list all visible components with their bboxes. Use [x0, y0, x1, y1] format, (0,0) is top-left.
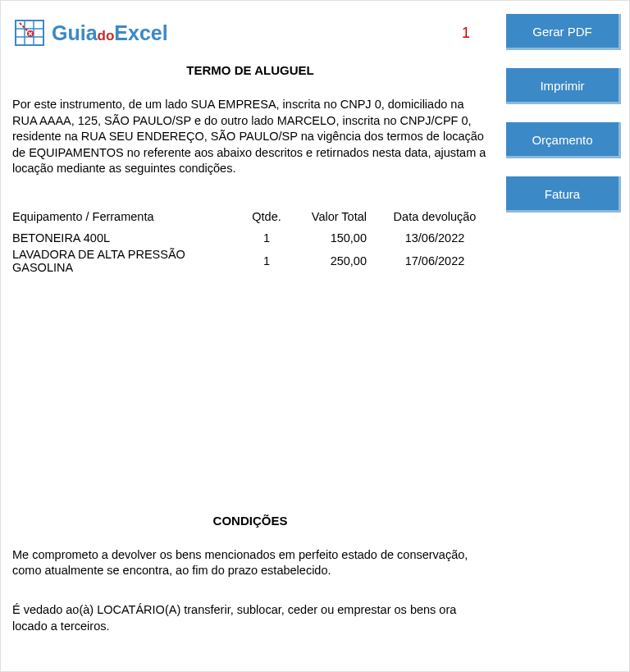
- logo: GuiadoExcel: [12, 16, 168, 50]
- cell-qty: 1: [242, 246, 291, 276]
- print-button[interactable]: Imprimir: [506, 68, 621, 104]
- equipment-table: Equipamento / Ferramenta Qtde. Valor Tot…: [12, 210, 488, 276]
- cell-value: 150,00: [291, 230, 381, 246]
- col-header-date: Data devolução: [381, 210, 488, 230]
- spreadsheet-pin-icon: [12, 16, 47, 50]
- conditions-title: CONDIÇÕES: [12, 514, 488, 528]
- page-number: 1: [462, 25, 470, 42]
- table-header-row: Equipamento / Ferramenta Qtde. Valor Tot…: [12, 210, 488, 230]
- budget-button[interactable]: Orçamento: [506, 122, 621, 158]
- cell-equipment: LAVADORA DE ALTA PRESSÃO GASOLINA: [12, 246, 242, 276]
- cell-qty: 1: [242, 230, 291, 246]
- header-row: GuiadoExcel 1: [12, 16, 488, 50]
- intro-paragraph: Por este instrumento, de um lado SUA EMP…: [12, 97, 488, 177]
- col-header-value: Valor Total: [291, 210, 381, 230]
- table-row: LAVADORA DE ALTA PRESSÃO GASOLINA 1 250,…: [12, 246, 488, 276]
- cell-date: 13/06/2022: [381, 230, 488, 246]
- col-header-qty: Qtde.: [242, 210, 291, 230]
- generate-pdf-button[interactable]: Gerar PDF: [506, 14, 621, 50]
- table-row: BETONEIRA 400L 1 150,00 13/06/2022: [12, 230, 488, 246]
- invoice-button[interactable]: Fatura: [506, 176, 621, 213]
- document-title: TERMO DE ALUGUEL: [12, 63, 488, 77]
- action-sidebar: Gerar PDF Imprimir Orçamento Fatura: [506, 14, 621, 231]
- logo-part3: Excel: [114, 21, 167, 44]
- logo-part1: Guia: [52, 21, 98, 44]
- spacer: [12, 276, 488, 514]
- condition-paragraph: É vedado ao(à) LOCATÁRIO(A) transferir, …: [12, 602, 488, 634]
- logo-part2: do: [98, 28, 115, 43]
- cell-date: 17/06/2022: [381, 246, 488, 276]
- logo-text: GuiadoExcel: [52, 21, 168, 45]
- cell-equipment: BETONEIRA 400L: [12, 230, 242, 246]
- condition-paragraph: Me comprometo a devolver os bens mencion…: [12, 547, 488, 579]
- cell-value: 250,00: [291, 246, 381, 276]
- col-header-equipment: Equipamento / Ferramenta: [12, 210, 242, 230]
- document-page: GuiadoExcel 1 TERMO DE ALUGUEL Por este …: [1, 1, 500, 669]
